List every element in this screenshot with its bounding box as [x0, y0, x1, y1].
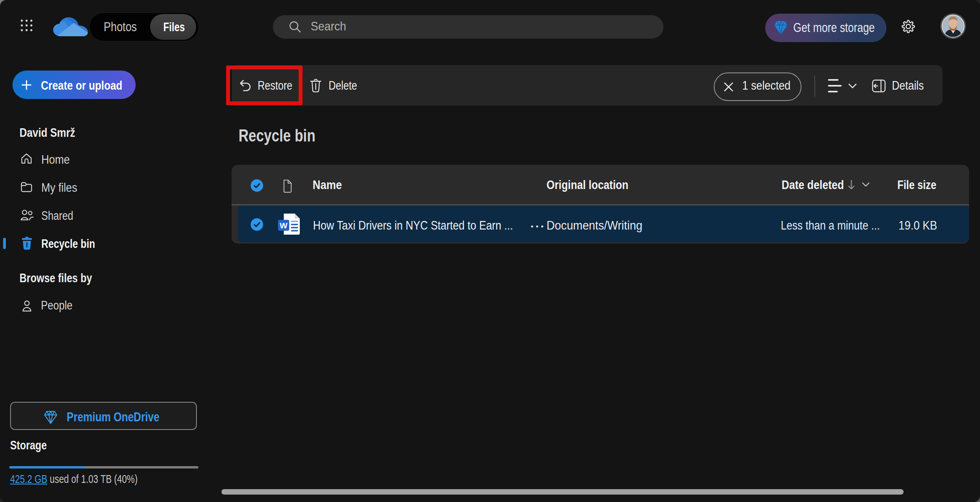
svg-text:W: W	[280, 221, 288, 230]
